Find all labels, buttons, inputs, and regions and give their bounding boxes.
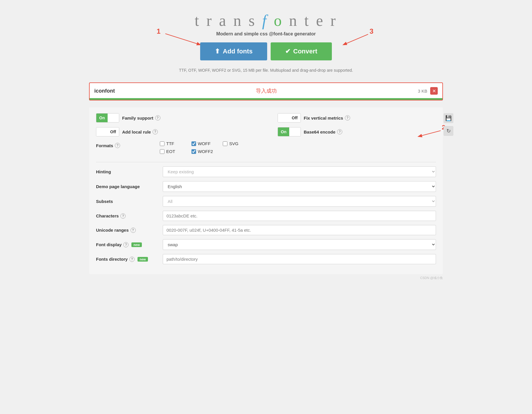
refresh-icon: ↻ — [446, 128, 451, 134]
woff-label: WOFF — [198, 141, 211, 146]
woff2-label: WOFF2 — [198, 149, 213, 154]
watermark: CSDN @域小鱼 — [89, 276, 443, 280]
eot-label: EOT — [166, 149, 175, 154]
fix-vertical-help-icon[interactable]: ? — [345, 115, 350, 120]
woff2-checkbox[interactable] — [191, 149, 196, 154]
font-display-label: Font display ? new — [96, 242, 160, 247]
save-icon: 💾 — [445, 115, 452, 121]
formats-checkboxes: TTF WOFF SVG EOT — [160, 141, 254, 154]
subsets-select[interactable]: All — [163, 196, 436, 207]
base64-label: Base64 encode ? — [304, 129, 342, 134]
format-woff: WOFF — [191, 141, 223, 146]
add-local-rule-row: Off Add local rule ? — [96, 127, 254, 136]
fonts-directory-label: Fonts directory ? new — [96, 257, 160, 262]
new-badge-fonts-dir: new — [137, 257, 148, 262]
characters-row: Characters ? — [96, 211, 436, 221]
characters-help-icon[interactable]: ? — [120, 213, 126, 219]
new-badge-font-display: new — [131, 242, 142, 247]
formats-help-icon[interactable]: ? — [115, 143, 120, 148]
demo-language-label: Demo page language — [96, 184, 160, 189]
ttf-checkbox[interactable] — [160, 141, 164, 146]
woff-checkbox[interactable] — [191, 141, 196, 146]
format-woff2: WOFF2 — [191, 149, 223, 154]
base64-help-icon[interactable]: ? — [337, 129, 342, 134]
base64-toggle[interactable]: On — [278, 127, 301, 136]
subtitle: Modern and simple css @font-face generat… — [89, 31, 443, 37]
progress-bar-container — [90, 98, 442, 100]
convert-button[interactable]: ✔ Convert — [271, 42, 332, 60]
remove-font-button[interactable]: ✕ — [430, 87, 438, 95]
settings-columns: On Family support ? Off Add loca — [96, 113, 436, 158]
divider — [96, 162, 436, 162]
characters-input[interactable] — [163, 211, 436, 221]
svg-checkbox[interactable] — [223, 141, 227, 146]
add-local-rule-label: Add local rule ? — [122, 129, 158, 134]
font-display-help-icon[interactable]: ? — [123, 242, 129, 247]
font-meta: 3 KB ✕ — [418, 87, 438, 95]
fonts-directory-input[interactable] — [163, 254, 436, 264]
formats-label: Formats ? — [96, 141, 160, 148]
checkmark-icon: ✔ — [285, 48, 290, 55]
add-local-rule-help-icon[interactable]: ? — [153, 129, 158, 134]
add-fonts-label: Add fonts — [223, 48, 253, 55]
font-success-msg: 导入成功 — [115, 87, 418, 94]
toggle-on-label[interactable]: On — [96, 114, 108, 122]
family-support-help-icon[interactable]: ? — [155, 115, 160, 120]
add-local-rule-toggle[interactable]: Off — [96, 127, 119, 136]
svg-label: SVG — [229, 141, 238, 146]
characters-label: Characters ? — [96, 213, 160, 219]
hinting-select[interactable]: Keep existing Clear Keep — [163, 166, 436, 177]
progress-bar — [90, 98, 442, 100]
add-fonts-button[interactable]: ⬆ Add fonts — [200, 42, 267, 60]
reset-settings-button[interactable]: ↻ — [444, 126, 453, 136]
fonts-dir-help-icon[interactable]: ? — [129, 257, 135, 262]
fix-vertical-row: Off Fix vertical metrics ? — [278, 113, 436, 123]
hinting-row: Hinting Keep existing Clear Keep — [96, 166, 436, 177]
font-display-row: Font display ? new swap auto block fallb… — [96, 239, 436, 250]
toggle-left-empty — [96, 127, 107, 136]
family-support-label: Family support ? — [122, 115, 160, 120]
buttons-row: ⬆ Add fonts ✔ Convert — [200, 42, 332, 60]
base64-on-label[interactable]: On — [278, 127, 289, 136]
unicode-ranges-label: Unicode ranges ? — [96, 228, 160, 233]
ttf-label: TTF — [166, 141, 174, 146]
header: t r a n s f o n t e r Modern and simple … — [89, 6, 443, 82]
logo: t r a n s f o n t e r — [89, 12, 443, 30]
fix-vertical-off-label[interactable]: Off — [289, 114, 301, 122]
close-icon: ✕ — [432, 88, 436, 94]
fonts-directory-row: Fonts directory ? new — [96, 254, 436, 264]
font-display-select[interactable]: swap auto block fallback optional — [163, 239, 436, 250]
base64-row: On Base64 encode ? 2 — [278, 127, 436, 136]
subsets-row: Subsets All — [96, 196, 436, 207]
format-ttf: TTF — [160, 141, 191, 146]
unicode-ranges-row: Unicode ranges ? — [96, 225, 436, 235]
toggle-off-label[interactable]: Off — [107, 127, 119, 136]
family-support-toggle[interactable]: On — [96, 113, 119, 123]
settings-right: Off Fix vertical metrics ? On Base64 enc… — [266, 113, 436, 158]
bottom-settings: Hinting Keep existing Clear Keep Demo pa… — [96, 162, 436, 264]
unicode-help-icon[interactable]: ? — [131, 228, 136, 233]
font-size: 3 KB — [418, 89, 427, 93]
hinting-label: Hinting — [96, 169, 160, 174]
supported-formats: TTF, OTF, WOFF, WOFF2 or SVG, 15 MB per … — [89, 68, 443, 73]
fix-vertical-toggle[interactable]: Off — [278, 113, 301, 123]
settings-left: On Family support ? Off Add loca — [96, 113, 266, 158]
eot-checkbox[interactable] — [160, 149, 164, 154]
formats-section: Formats ? TTF WOFF — [96, 141, 254, 154]
font-card: iconfont 导入成功 3 KB ✕ — [89, 82, 443, 100]
font-card-header: iconfont 导入成功 3 KB ✕ — [94, 87, 438, 95]
save-settings-button[interactable]: 💾 — [444, 113, 453, 123]
family-support-row: On Family support ? — [96, 113, 254, 123]
demo-language-row: Demo page language English Russian Chine… — [96, 181, 436, 192]
format-svg: SVG — [223, 141, 254, 146]
annotation-3-arrow: 3 — [326, 28, 384, 48]
unicode-ranges-input[interactable] — [163, 225, 436, 235]
format-eot: EOT — [160, 149, 191, 154]
convert-label: Convert — [293, 48, 317, 55]
svg-line-5 — [419, 131, 441, 136]
demo-language-select[interactable]: English Russian Chinese — [163, 181, 436, 192]
subsets-label: Subsets — [96, 199, 160, 204]
font-name: iconfont — [94, 88, 115, 94]
toggle-off-placeholder — [108, 114, 119, 122]
page-wrapper: t r a n s f o n t e r Modern and simple … — [83, 0, 449, 286]
